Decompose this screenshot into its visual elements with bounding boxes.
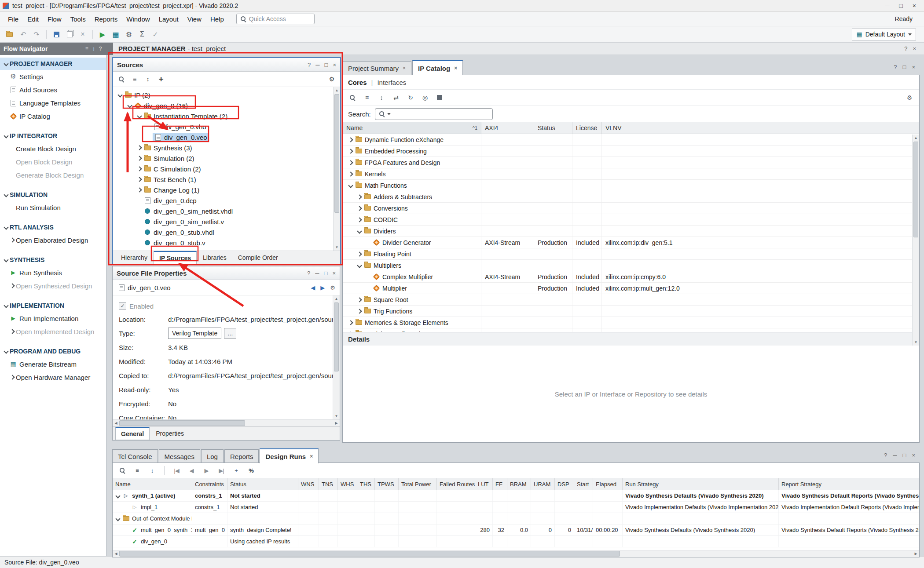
sidebar-item-open-implemented-design[interactable]: Open Implemented Design xyxy=(0,325,106,338)
chevron-right-icon[interactable] xyxy=(9,374,16,381)
chevron-down-icon[interactable] xyxy=(3,348,10,355)
chevron-down-icon[interactable] xyxy=(3,191,10,198)
sidebar-item-open-synthesized-design[interactable]: Open Synthesized Design xyxy=(0,279,106,292)
collapse-all-icon[interactable]: ≡ xyxy=(362,92,372,103)
column-header-ths[interactable]: THS xyxy=(357,478,375,490)
gear-icon[interactable]: ⚙ xyxy=(904,92,915,103)
source-tree-item-div-gen-0-vho[interactable]: div_gen_0.vho xyxy=(113,121,340,132)
properties-tab-properties[interactable]: Properties xyxy=(150,427,189,440)
sidebar-item-open-hardware-manager[interactable]: Open Hardware Manager xyxy=(0,371,106,384)
sidebar-item-open-block-design[interactable]: Open Block Design xyxy=(0,155,106,168)
column-header-dsp[interactable]: DSP xyxy=(555,478,574,490)
type-combobox[interactable]: Verilog Template xyxy=(168,328,221,339)
sidebar-item-generate-bitstream[interactable]: ▦Generate Bitstream xyxy=(0,357,106,371)
sources-tab-hierarchy[interactable]: Hierarchy xyxy=(116,251,153,264)
chevron-right-icon[interactable] xyxy=(136,165,143,172)
column-header-name[interactable]: Name^1 xyxy=(343,122,481,134)
column-header-status[interactable]: Status xyxy=(534,122,572,134)
close-icon[interactable]: × xyxy=(403,65,406,71)
catalog-row-dynamic-function-exchange[interactable]: Dynamic Function eXchange xyxy=(343,134,919,146)
create-run-icon[interactable]: + xyxy=(231,465,242,476)
help-icon[interactable]: ? xyxy=(904,45,907,52)
catalog-row-floating-point[interactable]: Floating Point xyxy=(343,248,919,260)
chevron-right-icon[interactable] xyxy=(9,282,16,289)
menu-flow[interactable]: Flow xyxy=(43,14,66,25)
chevron-down-icon[interactable] xyxy=(3,256,10,263)
catalog-row-multiplier[interactable]: MultiplierProductionIncludedxilinx.com:i… xyxy=(343,283,919,294)
column-header-status[interactable]: Status xyxy=(227,478,298,490)
close-button[interactable]: × xyxy=(913,2,916,9)
source-tree-item-c-simulation-2[interactable]: C Simulation (2) xyxy=(113,164,340,174)
chevron-right-icon[interactable] xyxy=(356,296,363,303)
search-icon[interactable] xyxy=(347,92,358,103)
redo-icon[interactable]: ↷ xyxy=(31,29,42,40)
view-tab-interfaces[interactable]: Interfaces xyxy=(377,79,406,86)
catalog-row-trig-functions[interactable]: Trig Functions xyxy=(343,306,919,317)
layout-selector[interactable]: ▦ Default Layout xyxy=(852,29,916,40)
reports-icon[interactable]: ▦ xyxy=(110,29,121,40)
maximize-button[interactable]: □ xyxy=(899,2,902,9)
help-icon[interactable]: ? xyxy=(99,46,102,52)
sources-vertical-scrollbar[interactable]: ▲ ▼ xyxy=(333,87,340,251)
catalog-row-memories-storage-elements[interactable]: Memories & Storage Elements xyxy=(343,317,919,328)
open-project-icon[interactable] xyxy=(4,29,16,40)
chevron-right-icon[interactable] xyxy=(356,193,363,200)
sidebar-item-add-sources[interactable]: Add Sources xyxy=(0,83,106,96)
source-tree-item-div-gen-0-sim-netlist-v[interactable]: div_gen_0_sim_netlist.v xyxy=(113,216,340,227)
column-header-ff[interactable]: FF xyxy=(493,478,507,490)
view-mode-icon[interactable] xyxy=(434,92,445,103)
column-header-total-power[interactable]: Total Power xyxy=(399,478,437,490)
column-header-lut[interactable]: LUT xyxy=(475,478,493,490)
chevron-down-icon[interactable] xyxy=(356,262,363,269)
sidebar-item-generate-block-design[interactable]: Generate Block Design xyxy=(0,168,106,182)
properties-vertical-scrollbar[interactable]: ▲ ▼ xyxy=(333,295,340,419)
scroll-left-icon[interactable]: ◀ xyxy=(113,550,119,557)
sidebar-item-run-implementation[interactable]: ▶Run Implementation xyxy=(0,312,106,325)
flownav-section-implementation[interactable]: IMPLEMENTATION xyxy=(0,299,106,312)
minimize-panel-icon[interactable]: ─ xyxy=(106,46,110,52)
column-header-license[interactable]: License xyxy=(572,122,602,134)
minimize-panel-icon[interactable]: ─ xyxy=(315,62,319,68)
scrollbar-thumb[interactable] xyxy=(334,302,339,371)
settings-gear-icon[interactable]: ⚙ xyxy=(123,29,135,40)
refresh-icon[interactable]: ↻ xyxy=(405,92,416,103)
run-flow-icon[interactable]: ▶ xyxy=(97,29,108,40)
enabled-checkbox[interactable]: ✓ xyxy=(119,302,126,310)
expand-all-icon[interactable]: ↕ xyxy=(147,465,158,476)
scroll-down-icon[interactable]: ▼ xyxy=(334,244,340,251)
float-panel-icon[interactable]: □ xyxy=(324,270,328,277)
undo-icon[interactable]: ↶ xyxy=(18,29,29,40)
quick-access-search[interactable]: Quick Access xyxy=(236,14,315,24)
source-tree-item-div-gen-0-stub-vhdl[interactable]: div_gen_0_stub.vhdl xyxy=(113,227,340,237)
step-last-icon[interactable]: ▶| xyxy=(216,465,227,476)
sidebar-item-run-synthesis[interactable]: ▶Run Synthesis xyxy=(0,266,106,279)
menu-help[interactable]: Help xyxy=(206,14,228,25)
save-icon[interactable] xyxy=(51,29,62,40)
tab-ip-catalog[interactable]: IP Catalog× xyxy=(412,60,463,75)
chevron-right-icon[interactable] xyxy=(347,171,354,178)
catalog-row-kernels[interactable]: Kernels xyxy=(343,168,919,180)
design-run-row-mult-gen-0-synth-1[interactable]: ✓mult_gen_0_synth_1mult_gen_0synth_desig… xyxy=(113,524,919,536)
menu-layout[interactable]: Layout xyxy=(154,14,183,25)
scroll-left-icon[interactable]: ◀ xyxy=(113,420,119,426)
menu-view[interactable]: View xyxy=(183,14,206,25)
design-run-row-synth-1-active[interactable]: ▷synth_1 (active)constrs_1Not startedViv… xyxy=(113,490,919,502)
sidebar-item-language-templates[interactable]: Language Templates xyxy=(0,96,106,109)
scrollbar-thumb[interactable] xyxy=(119,420,245,426)
scroll-up-icon[interactable]: ▲ xyxy=(913,135,919,141)
copy-icon[interactable] xyxy=(64,29,75,40)
menu-window[interactable]: Window xyxy=(122,14,154,25)
chevron-down-icon[interactable] xyxy=(126,102,133,109)
flownav-section-program-and-debug[interactable]: PROGRAM AND DEBUG xyxy=(0,345,106,357)
column-header-tpws[interactable]: TPWS xyxy=(375,478,399,490)
column-header-whs[interactable]: WHS xyxy=(338,478,357,490)
close-panel-icon[interactable]: × xyxy=(332,270,336,277)
tab-design-runs[interactable]: Design Runs× xyxy=(260,448,319,463)
gear-icon[interactable]: ⚙ xyxy=(330,284,335,291)
expand-all-icon[interactable]: ↕ xyxy=(143,74,153,84)
source-tree-item-div-gen-0-stub-v[interactable]: div_gen_0_stub.v xyxy=(113,237,340,248)
runs-horizontal-scrollbar[interactable]: ◀ ▶ xyxy=(113,550,919,557)
chevron-right-icon[interactable] xyxy=(347,331,354,332)
catalog-row-conversions[interactable]: Conversions xyxy=(343,203,919,214)
help-icon[interactable]: ? xyxy=(884,452,887,459)
